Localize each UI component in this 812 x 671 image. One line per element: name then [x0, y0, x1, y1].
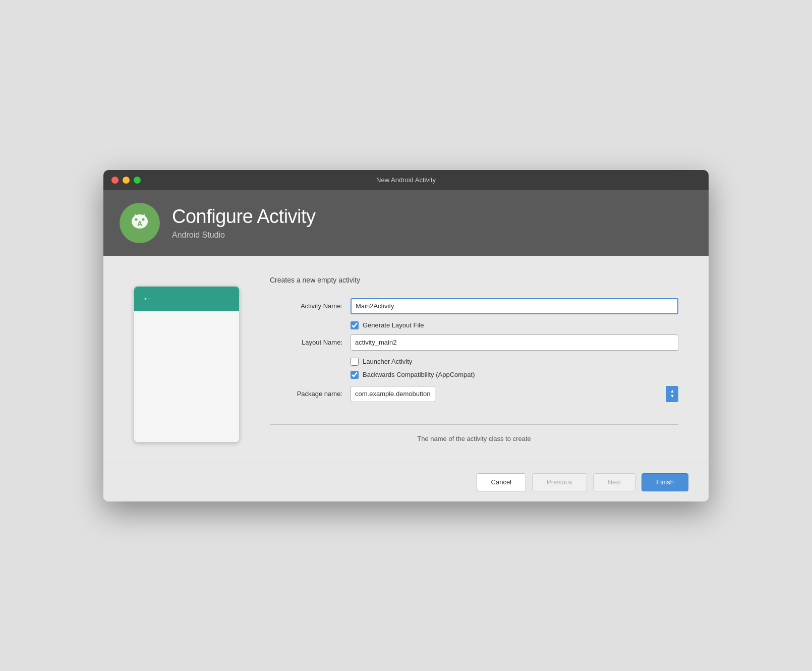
generate-layout-row: Generate Layout File: [351, 321, 678, 329]
launcher-activity-label[interactable]: Launcher Activity: [363, 358, 412, 365]
window-controls: [111, 177, 141, 184]
android-logo-icon: A: [127, 210, 152, 236]
phone-body: [134, 311, 239, 442]
generate-layout-label[interactable]: Generate Layout File: [363, 321, 424, 329]
form-divider: [270, 424, 678, 425]
previous-button[interactable]: Previous: [532, 473, 587, 491]
svg-text:A: A: [137, 219, 142, 228]
package-name-wrapper: com.example.demobutton ▲ ▼: [351, 386, 678, 402]
back-arrow-icon: ←: [142, 293, 152, 304]
next-button[interactable]: Next: [593, 473, 636, 491]
configure-activity-title: Configure Activity: [172, 206, 316, 228]
activity-name-row: Activity Name:: [270, 298, 678, 314]
layout-name-label: Layout Name:: [270, 339, 351, 346]
layout-name-row: Layout Name:: [270, 334, 678, 351]
backwards-compat-row: Backwards Compatibility (AppCompat): [351, 371, 678, 379]
form-area: Creates a new empty activity Activity Na…: [270, 276, 678, 442]
generate-layout-checkbox[interactable]: [351, 321, 359, 329]
main-window: New Android Activity A Configure Activit…: [103, 170, 709, 501]
backwards-compat-label[interactable]: Backwards Compatibility (AppCompat): [363, 371, 475, 378]
android-studio-subtitle: Android Studio: [172, 231, 316, 240]
header: A Configure Activity Android Studio: [103, 190, 709, 256]
maximize-button[interactable]: [134, 177, 141, 184]
content-area: ← Creates a new empty activity Activity …: [103, 256, 709, 463]
launcher-activity-row: Launcher Activity: [351, 358, 678, 366]
activity-name-input[interactable]: [351, 298, 678, 314]
phone-mockup: ←: [134, 286, 240, 442]
layout-name-input[interactable]: [351, 334, 678, 351]
activity-name-label: Activity Name:: [270, 302, 351, 310]
android-studio-logo: A: [120, 203, 160, 243]
launcher-activity-checkbox[interactable]: [351, 358, 359, 366]
cancel-button[interactable]: Cancel: [477, 473, 526, 491]
hint-text: The name of the activity class to create: [270, 435, 678, 442]
select-arrows-icon: ▲ ▼: [666, 386, 678, 402]
footer: Cancel Previous Next Finish: [103, 463, 709, 501]
phone-topbar: ←: [134, 287, 239, 311]
close-button[interactable]: [111, 177, 119, 184]
phone-preview: ←: [134, 276, 240, 442]
svg-point-2: [142, 218, 145, 220]
backwards-compat-checkbox[interactable]: [351, 371, 359, 379]
package-name-label: Package name:: [270, 390, 351, 398]
title-bar: New Android Activity: [103, 170, 709, 190]
header-text: Configure Activity Android Studio: [172, 206, 316, 240]
form-description: Creates a new empty activity: [270, 276, 678, 284]
package-name-row: Package name: com.example.demobutton ▲ ▼: [270, 386, 678, 402]
minimize-button[interactable]: [123, 177, 130, 184]
window-title: New Android Activity: [376, 176, 436, 184]
package-name-select[interactable]: com.example.demobutton: [351, 386, 435, 402]
finish-button[interactable]: Finish: [642, 473, 688, 491]
